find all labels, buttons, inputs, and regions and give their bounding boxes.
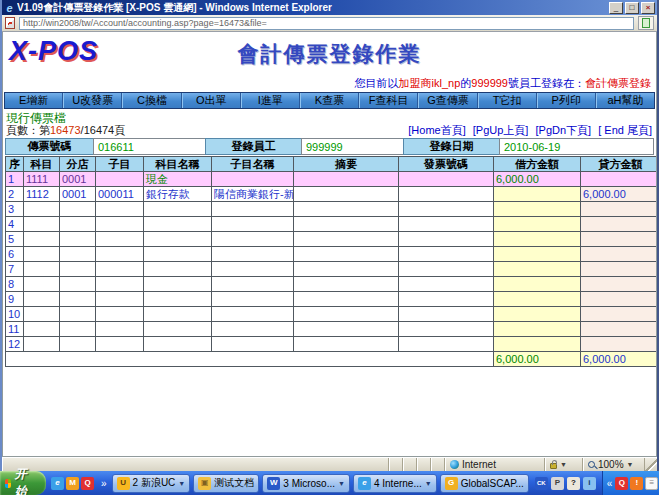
cell-invoice[interactable] xyxy=(399,322,494,337)
cell-sub-name[interactable] xyxy=(212,307,294,322)
cell-account-name[interactable] xyxy=(144,217,212,232)
cell-debit[interactable] xyxy=(494,217,581,232)
cell-memo[interactable] xyxy=(294,202,399,217)
cell-account-name[interactable] xyxy=(144,202,212,217)
cell-sub[interactable] xyxy=(96,277,144,292)
cell-credit[interactable] xyxy=(581,262,658,277)
task-button[interactable]: U2 新浪UC▼ xyxy=(112,474,191,493)
cell-sub-name[interactable] xyxy=(212,172,294,187)
toolbar-button[interactable]: T它扣 xyxy=(478,93,537,108)
cell-credit[interactable] xyxy=(581,202,658,217)
cell-account[interactable] xyxy=(24,277,60,292)
cell-invoice[interactable] xyxy=(399,292,494,307)
cell-sub[interactable] xyxy=(96,217,144,232)
cell-seq[interactable]: 2 xyxy=(6,187,24,202)
cell-account-name[interactable] xyxy=(144,277,212,292)
ie-icon[interactable]: e xyxy=(51,477,64,490)
table-row[interactable]: 6 xyxy=(6,247,658,262)
toolbar-button[interactable]: P列印 xyxy=(537,93,596,108)
cell-debit[interactable] xyxy=(494,307,581,322)
cell-seq[interactable]: 6 xyxy=(6,247,24,262)
home-page-link[interactable]: [Home首頁] xyxy=(408,124,465,136)
cell-branch[interactable] xyxy=(60,202,96,217)
toolbar-button[interactable]: E增新 xyxy=(5,93,63,108)
cell-account[interactable] xyxy=(24,217,60,232)
cell-account-name[interactable] xyxy=(144,322,212,337)
cell-seq[interactable]: 7 xyxy=(6,262,24,277)
globalscape-icon[interactable]: G xyxy=(445,477,458,490)
cell-branch[interactable]: 0001 xyxy=(60,172,96,187)
cell-credit[interactable] xyxy=(581,322,658,337)
employee-value[interactable]: 999999 xyxy=(301,138,403,155)
cell-seq[interactable]: 3 xyxy=(6,202,24,217)
cell-sub-name[interactable] xyxy=(212,217,294,232)
protected-mode-control[interactable]: ▼ xyxy=(545,458,583,471)
cell-sub-name[interactable] xyxy=(212,262,294,277)
close-button[interactable]: × xyxy=(641,2,655,14)
cell-branch[interactable] xyxy=(60,232,96,247)
cell-account[interactable]: 1112 xyxy=(24,187,60,202)
cell-seq[interactable]: 1 xyxy=(6,172,24,187)
task-button[interactable]: ▣测试文档 xyxy=(193,474,259,493)
cell-branch[interactable]: 0001 xyxy=(60,187,96,202)
cell-sub-name[interactable] xyxy=(212,277,294,292)
cell-invoice[interactable] xyxy=(399,172,494,187)
cell-sub[interactable] xyxy=(96,172,144,187)
cell-account[interactable] xyxy=(24,232,60,247)
toolbar-button[interactable]: I進單 xyxy=(241,93,300,108)
toolbar-button[interactable]: G查傳票 xyxy=(418,93,477,108)
table-row[interactable]: 9 xyxy=(6,292,658,307)
tray-collapse-chevron[interactable]: « xyxy=(607,478,613,489)
messenger-icon[interactable]: M xyxy=(66,477,79,490)
resize-grip[interactable] xyxy=(645,458,657,471)
toolbar-button[interactable]: U改發票 xyxy=(63,93,122,108)
table-row[interactable]: 10 xyxy=(6,307,658,322)
cell-account[interactable] xyxy=(24,262,60,277)
flame-icon[interactable]: ! xyxy=(630,477,643,490)
table-row[interactable]: 11 xyxy=(6,322,658,337)
cell-seq[interactable]: 10 xyxy=(6,307,24,322)
cell-memo[interactable] xyxy=(294,262,399,277)
cell-sub-name[interactable] xyxy=(212,322,294,337)
cell-debit[interactable]: 6,000.00 xyxy=(494,172,581,187)
person-icon[interactable]: i xyxy=(583,477,596,490)
voucher-no-value[interactable]: 016611 xyxy=(93,138,205,155)
task-button[interactable]: e4 Interne...▼ xyxy=(353,474,437,493)
cell-account[interactable] xyxy=(24,307,60,322)
cell-memo[interactable] xyxy=(294,322,399,337)
cell-account-name[interactable] xyxy=(144,262,212,277)
cell-sub[interactable] xyxy=(96,202,144,217)
cell-debit[interactable] xyxy=(494,292,581,307)
cell-credit[interactable] xyxy=(581,172,658,187)
cell-memo[interactable] xyxy=(294,187,399,202)
cell-credit[interactable] xyxy=(581,337,658,352)
task-button[interactable]: W3 Microso...▼ xyxy=(262,474,350,493)
cell-credit[interactable]: 6,000.00 xyxy=(581,187,658,202)
cell-invoice[interactable] xyxy=(399,262,494,277)
cell-account[interactable] xyxy=(24,322,60,337)
word-icon[interactable]: W xyxy=(267,477,280,490)
cell-sub-name[interactable] xyxy=(212,292,294,307)
cell-sub-name[interactable] xyxy=(212,337,294,352)
chevron-down-icon[interactable]: ▼ xyxy=(338,480,345,487)
toolbar-button[interactable]: aH幫助 xyxy=(596,93,654,108)
cell-account[interactable] xyxy=(24,247,60,262)
task-button[interactable]: GGlobalSCAP... xyxy=(440,474,529,493)
cell-invoice[interactable] xyxy=(399,307,494,322)
cell-invoice[interactable] xyxy=(399,187,494,202)
ie-icon[interactable]: e xyxy=(358,477,371,490)
cell-sub-name[interactable] xyxy=(212,232,294,247)
cell-account-name[interactable] xyxy=(144,337,212,352)
table-row[interactable]: 7 xyxy=(6,262,658,277)
table-row[interactable]: 12 xyxy=(6,337,658,352)
cell-seq[interactable]: 9 xyxy=(6,292,24,307)
chevron-down-icon[interactable]: ▼ xyxy=(425,480,432,487)
cell-seq[interactable]: 12 xyxy=(6,337,24,352)
cell-account-name[interactable]: 銀行存款 xyxy=(144,187,212,202)
cell-sub[interactable] xyxy=(96,292,144,307)
cell-credit[interactable] xyxy=(581,217,658,232)
cell-seq[interactable]: 5 xyxy=(6,232,24,247)
cell-sub[interactable] xyxy=(96,322,144,337)
table-row[interactable]: 211120001000011銀行存款陽信商業銀行-新竹分行-活存6,000.0… xyxy=(6,187,658,202)
cell-memo[interactable] xyxy=(294,172,399,187)
